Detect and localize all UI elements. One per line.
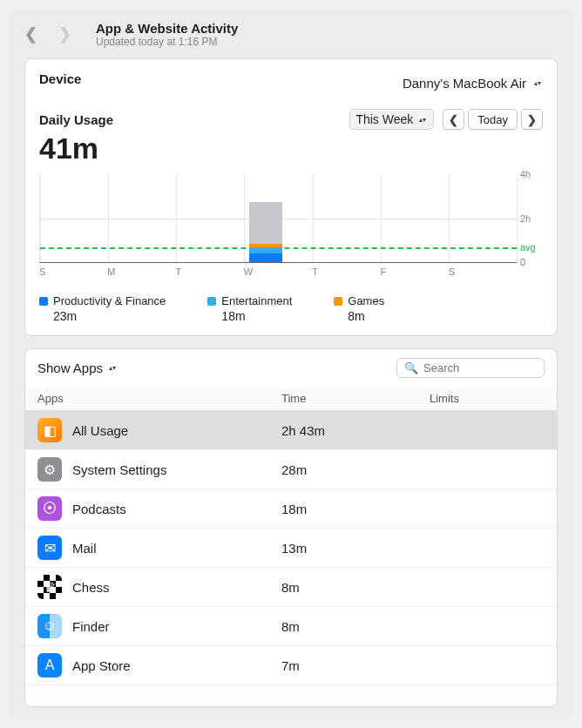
y-tick-label: 4h (520, 169, 543, 179)
period-controls: This Week ▴▾ ❮ Today ❯ (349, 109, 543, 130)
header-title-block: App & Website Activity Updated today at … (96, 21, 238, 48)
legend-value: 23m (53, 309, 166, 323)
app-time: 28m (281, 462, 430, 477)
x-tick-label: W (244, 266, 312, 279)
col-header-apps[interactable]: Apps (37, 392, 281, 405)
table-row[interactable]: ⚙System Settings28m (25, 450, 557, 489)
device-value: Danny's MacBook Air (403, 76, 526, 91)
table-row[interactable]: AApp Store7m (25, 646, 557, 685)
x-tick-label: T (176, 266, 244, 279)
legend-swatch (334, 297, 342, 306)
app-time: 13m (281, 541, 430, 556)
apps-header-row: Show Apps ▴▾ 🔍 (25, 358, 557, 387)
avg-label: avg (520, 242, 543, 253)
x-tick-label: S (39, 266, 107, 279)
period-nav-group: ❮ Today ❯ (443, 109, 543, 130)
app-icon: ☺ (37, 614, 62, 638)
legend-name: Productivity & Finance (53, 294, 166, 307)
device-label: Device (39, 71, 81, 86)
updown-icon: ▴▾ (416, 111, 428, 127)
table-row[interactable]: ☺Finder8m (25, 607, 557, 646)
y-tick-label: 0 (520, 257, 543, 267)
chart-bar[interactable] (249, 202, 282, 262)
updown-icon: ▴▾ (531, 76, 543, 91)
legend-item: Entertainment18m (207, 294, 292, 323)
today-button[interactable]: Today (468, 109, 518, 130)
page-title: App & Website Activity (96, 21, 238, 36)
updated-subtitle: Updated today at 1:16 PM (96, 36, 238, 48)
show-apps-select[interactable]: Show Apps ▴▾ (37, 361, 118, 376)
legend-swatch (207, 297, 216, 306)
app-name: Podcasts (72, 502, 126, 516)
app-icon: ✉ (37, 536, 62, 560)
apps-card: Show Apps ▴▾ 🔍 Apps Time Limits ◧All Usa… (24, 348, 558, 707)
legend-item: Productivity & Finance23m (39, 294, 166, 323)
legend-swatch (39, 297, 48, 306)
x-tick-label: S (449, 266, 517, 279)
legend-name: Games (348, 294, 384, 307)
app-name: App Store (72, 658, 131, 673)
app-icon: ⦿ (37, 496, 62, 521)
usage-chart: 4h2h0avg SMTWTFS (39, 174, 543, 279)
legend: Productivity & Finance23mEntertainment18… (39, 294, 543, 323)
back-button[interactable]: ❮ (24, 24, 37, 44)
x-tick-label: M (107, 266, 175, 279)
app-time: 8m (281, 580, 430, 595)
app-time: 2h 43m (281, 423, 430, 438)
device-row: Device Danny's MacBook Air ▴▾ (39, 71, 543, 95)
app-name: Mail (72, 541, 97, 556)
x-tick-label: T (312, 266, 380, 279)
daily-usage-label: Daily Usage (39, 112, 113, 127)
legend-item: Games8m (334, 294, 384, 323)
legend-value: 8m (348, 309, 384, 323)
app-icon: A (37, 653, 62, 677)
table-row[interactable]: ✉Mail13m (25, 529, 557, 568)
updown-icon: ▴▾ (106, 361, 118, 376)
col-header-limits[interactable]: Limits (430, 392, 545, 405)
app-name: All Usage (72, 423, 128, 438)
app-time: 7m (281, 658, 430, 673)
app-name: System Settings (72, 462, 166, 477)
search-box[interactable]: 🔍 (396, 358, 545, 378)
period-prev-button[interactable]: ❮ (443, 109, 464, 130)
table-row[interactable]: ◧All Usage2h 43m (25, 411, 557, 450)
y-tick-label: 2h (520, 213, 543, 224)
period-select[interactable]: This Week ▴▾ (349, 109, 434, 130)
usage-total: 41m (39, 131, 543, 165)
table-row[interactable]: ⦿Podcasts18m (25, 489, 557, 529)
search-input[interactable] (423, 361, 537, 374)
app-time: 8m (281, 619, 430, 634)
table-row[interactable]: ♛Chess8m (25, 568, 557, 607)
app-time: 18m (281, 502, 430, 516)
app-name: Finder (72, 619, 110, 634)
app-name: Chess (72, 580, 110, 595)
period-value: This Week (355, 112, 413, 126)
device-select[interactable]: Danny's MacBook Air ▴▾ (403, 76, 543, 91)
forward-button[interactable]: ❯ (58, 24, 71, 44)
apps-table-header: Apps Time Limits (25, 387, 557, 411)
search-icon: 🔍 (404, 361, 418, 374)
col-header-time[interactable]: Time (281, 392, 430, 405)
usage-card: Device Danny's MacBook Air ▴▾ Daily Usag… (24, 58, 558, 336)
period-next-button[interactable]: ❯ (521, 109, 543, 130)
daily-usage-row: Daily Usage This Week ▴▾ ❮ Today ❯ (39, 109, 543, 130)
app-icon: ◧ (37, 418, 62, 442)
nav-arrows: ❮ ❯ (24, 24, 71, 44)
apps-table-body: ◧All Usage2h 43m⚙System Settings28m⦿Podc… (25, 411, 557, 685)
app-icon: ⚙ (37, 457, 62, 482)
legend-value: 18m (221, 309, 292, 323)
header: ❮ ❯ App & Website Activity Updated today… (9, 9, 573, 58)
legend-name: Entertainment (221, 294, 292, 307)
show-apps-label: Show Apps (37, 361, 103, 375)
x-tick-label: F (380, 266, 448, 279)
app-icon: ♛ (37, 575, 62, 599)
